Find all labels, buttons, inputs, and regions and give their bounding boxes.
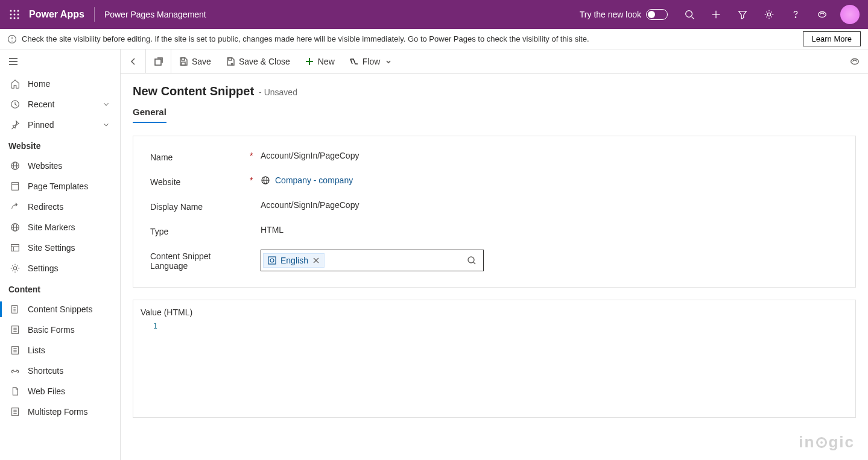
svg-point-14	[795, 17, 796, 17]
value-html-label: Value (HTML)	[133, 307, 855, 321]
app-name[interactable]: Power Apps	[29, 9, 84, 20]
language-label: Content Snippet Language	[150, 250, 250, 271]
save-close-label: Save & Close	[239, 57, 290, 66]
nav-basic-forms[interactable]: Basic Forms	[0, 320, 120, 340]
header-divider	[94, 7, 95, 22]
back-button[interactable]	[121, 49, 146, 74]
svg-point-9	[686, 11, 692, 17]
line-number: 1	[133, 322, 157, 330]
chevron-down-icon	[102, 100, 110, 109]
globe-icon	[261, 175, 270, 185]
nav-redirects[interactable]: Redirects	[0, 197, 120, 217]
website-value: Company - company	[275, 175, 353, 185]
nav-recent[interactable]: Recent	[0, 94, 120, 115]
nav-home[interactable]: Home	[0, 74, 120, 94]
search-icon	[684, 9, 695, 20]
flow-button[interactable]: Flow	[342, 49, 400, 74]
svg-rect-49	[155, 59, 161, 65]
svg-rect-26	[12, 183, 19, 191]
redirect-icon	[10, 201, 21, 212]
website-lookup[interactable]: Company - company	[261, 175, 353, 185]
svg-line-10	[692, 17, 694, 19]
nav-content-snippets[interactable]: Content Snippets	[0, 299, 120, 320]
main-content: Save Save & Close New Flow New Cont	[121, 49, 868, 460]
name-label: Name	[150, 151, 250, 162]
waffle-menu[interactable]	[5, 5, 24, 24]
save-close-button[interactable]: Save & Close	[218, 49, 297, 74]
environment-name[interactable]: Power Pages Management	[104, 10, 206, 19]
save-label: Save	[192, 57, 211, 66]
nav-web-files[interactable]: Web Files	[0, 381, 120, 402]
visibility-notice: Check the site visibility before editing…	[0, 29, 868, 49]
help-button[interactable]	[784, 0, 808, 29]
command-bar: Save Save & Close New Flow	[121, 49, 868, 74]
nav-site-settings[interactable]: Site Settings	[0, 238, 120, 258]
new-label: New	[318, 57, 335, 66]
language-lookup[interactable]: English	[261, 250, 484, 271]
general-card: Name * Account/SignIn/PageCopy Website *…	[133, 136, 856, 288]
close-icon[interactable]	[312, 256, 320, 265]
search-button[interactable]	[677, 0, 702, 29]
assistant-button[interactable]	[841, 56, 868, 67]
svg-point-6	[10, 17, 12, 19]
svg-rect-31	[11, 245, 19, 251]
language-pill[interactable]: English	[263, 253, 325, 268]
chevron-down-icon	[385, 58, 392, 65]
nav-label: Lists	[28, 345, 45, 355]
globe-icon	[10, 222, 21, 233]
name-field[interactable]: Account/SignIn/PageCopy	[261, 151, 838, 160]
nav-page-templates[interactable]: Page Templates	[0, 176, 120, 197]
flow-label: Flow	[363, 57, 381, 66]
nav-shortcuts[interactable]: Shortcuts	[0, 361, 120, 381]
display-name-field[interactable]: Account/SignIn/PageCopy	[261, 200, 838, 210]
nav-lists[interactable]: Lists	[0, 340, 120, 361]
new-button[interactable]: New	[297, 49, 342, 74]
nav-pinned[interactable]: Pinned	[0, 115, 120, 135]
search-icon[interactable]	[467, 256, 477, 265]
svg-point-18	[11, 40, 12, 41]
value-section: Value (HTML) 1	[133, 300, 856, 418]
nav-label: Site Settings	[28, 243, 75, 253]
filter-button[interactable]	[730, 0, 755, 29]
nav-websites[interactable]: Websites	[0, 156, 120, 176]
svg-point-5	[17, 14, 19, 16]
learn-more-button[interactable]: Learn More	[803, 31, 861, 46]
unsaved-status: - Unsaved	[259, 87, 297, 97]
svg-point-15	[819, 12, 826, 17]
nav-label: Multistep Forms	[28, 407, 88, 417]
settings-button[interactable]	[757, 0, 781, 29]
nav-label: Recent	[28, 99, 54, 109]
settings-list-icon	[10, 242, 21, 253]
plus-icon	[711, 9, 721, 20]
list-icon	[10, 345, 21, 356]
open-window-icon	[154, 57, 163, 66]
svg-point-1	[14, 10, 16, 12]
nav-label: Site Markers	[28, 222, 75, 232]
copilot-button[interactable]	[810, 0, 834, 29]
type-field[interactable]: HTML	[261, 225, 838, 235]
nav-label: Settings	[28, 263, 59, 273]
open-new-window-button[interactable]	[146, 49, 171, 74]
svg-line-64	[474, 262, 475, 264]
svg-point-4	[14, 14, 16, 16]
nav-settings[interactable]: Settings	[0, 258, 120, 279]
svg-point-2	[17, 10, 19, 12]
try-new-look-toggle[interactable]: Try the new look	[580, 9, 668, 20]
add-button[interactable]	[704, 0, 728, 29]
nav-label: Pinned	[28, 120, 54, 130]
toggle-icon[interactable]	[646, 9, 668, 20]
tab-general[interactable]: General	[133, 107, 166, 123]
html-editor[interactable]: 1	[133, 321, 855, 417]
svg-point-7	[14, 17, 16, 19]
avatar[interactable]	[840, 5, 860, 24]
nav-label: Websites	[28, 161, 62, 171]
editor-code-area[interactable]	[162, 321, 855, 417]
nav-multistep-forms[interactable]: Multistep Forms	[0, 402, 120, 422]
display-name-label: Display Name	[150, 200, 250, 212]
waffle-icon	[10, 10, 19, 19]
sidebar-toggle[interactable]	[0, 49, 120, 74]
nav-site-markers[interactable]: Site Markers	[0, 217, 120, 238]
save-button[interactable]: Save	[171, 49, 218, 74]
page-title: New Content Snippet	[133, 84, 254, 98]
globe-icon	[10, 160, 21, 171]
